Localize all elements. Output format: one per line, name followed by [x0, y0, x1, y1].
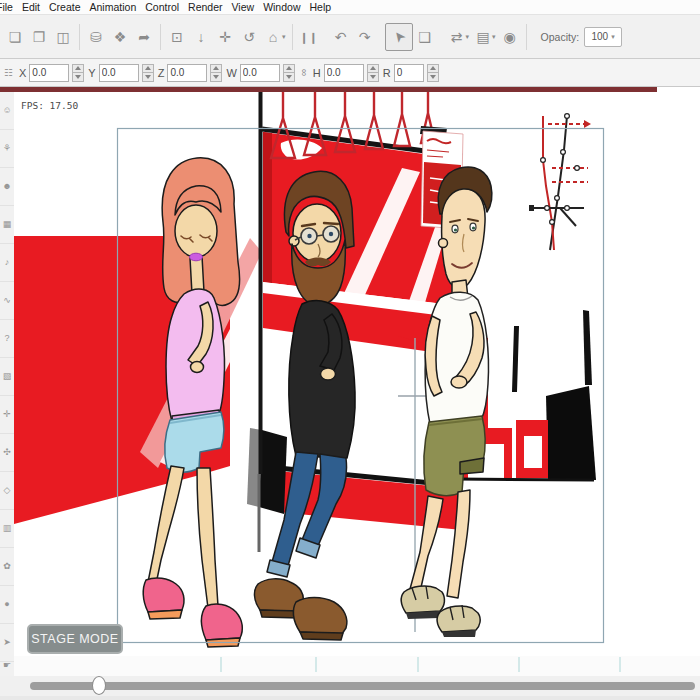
menu-create[interactable]: Create: [49, 1, 81, 13]
slider-handle[interactable]: [92, 676, 106, 695]
h-field: H: [313, 64, 379, 82]
sidebar-actor-icon[interactable]: ☺: [0, 92, 14, 130]
sidebar-prop-icon[interactable]: ⚘: [0, 130, 14, 168]
tick-mark: [220, 657, 222, 672]
x-field: X: [19, 64, 84, 82]
actor-scale-icon[interactable]: ↓: [189, 25, 213, 49]
menu-edit[interactable]: Edit: [22, 1, 40, 13]
y-field: Y: [88, 64, 153, 82]
sidebar-avatar-icon[interactable]: ☻: [0, 168, 14, 206]
sidebar-material-icon[interactable]: ✿: [0, 548, 14, 586]
layer-order-dropdown-caret[interactable]: ▾: [492, 33, 496, 41]
x-stepper[interactable]: [72, 64, 84, 82]
tick-mark: [619, 657, 621, 672]
r-stepper[interactable]: [427, 64, 439, 82]
export-media-icon[interactable]: ➦: [132, 25, 156, 49]
grid-snap-icon[interactable]: ☷: [2, 67, 15, 78]
redo-icon[interactable]: ↷: [353, 25, 377, 49]
x-label: X: [19, 67, 26, 79]
render-preview-icon[interactable]: ⊡: [165, 25, 189, 49]
menu-animation[interactable]: Animation: [90, 1, 137, 13]
left-tool-sidebar: ☺ ⚘ ☻ ▦ ♪ ∿ ? ▧ ✛ ✣ ◇ ▥ ✿ ● ➤ ✥: [0, 92, 15, 700]
sidebar-effect-icon[interactable]: ▧: [0, 358, 14, 396]
sidebar-help-icon[interactable]: ?: [0, 320, 14, 358]
sidebar-sphere-icon[interactable]: ●: [0, 586, 14, 624]
sidebar-hand-icon[interactable]: ☛: [0, 660, 14, 670]
stage-mode-badge[interactable]: STAGE MODE: [27, 624, 123, 654]
timeline-tick-strip: [14, 656, 700, 676]
stage-scene: [14, 92, 700, 656]
opacity-value: 100: [591, 31, 608, 42]
x-input[interactable]: [29, 64, 69, 82]
y-stepper[interactable]: [142, 64, 154, 82]
transform-properties-bar: ☷ X Y Z W ∞ H R: [0, 59, 700, 87]
zoom-slider-bar: [0, 676, 700, 696]
sidebar-transform-icon[interactable]: ✛: [0, 396, 14, 434]
w-input[interactable]: [240, 64, 280, 82]
toolbar-separator: [160, 24, 161, 50]
menu-bar: File Edit Create Animation Control Rende…: [0, 0, 700, 15]
menu-window[interactable]: Window: [263, 1, 300, 13]
slider-track[interactable]: [30, 682, 695, 690]
h-label: H: [313, 67, 321, 79]
main-toolbar: ❏ ❐ ◫ ⛁ ❖ ➦ ⊡ ↓ ✛ ↺ ⌂ ▾ ❙❙ ↶ ↷ ➤ ❑ ⇄ ▾ ▤…: [0, 15, 700, 59]
toolbar-separator: [79, 24, 80, 50]
select-tool-button[interactable]: ➤: [385, 23, 413, 51]
toolbar-separator: [292, 24, 293, 50]
opacity-dropdown-caret: ▾: [611, 33, 615, 41]
r-label: R: [383, 67, 391, 79]
r-field: R: [383, 64, 439, 82]
bottom-strip: [0, 696, 700, 700]
w-label: W: [226, 67, 236, 79]
sidebar-voice-icon[interactable]: ∿: [0, 282, 14, 320]
fps-counter: FPS: 17.50: [21, 100, 78, 111]
flip-tool-dropdown-caret[interactable]: ▾: [466, 33, 470, 41]
sidebar-depth-icon[interactable]: ◇: [0, 472, 14, 510]
r-input[interactable]: [394, 64, 424, 82]
z-input[interactable]: [167, 64, 207, 82]
z-field: Z: [158, 64, 223, 82]
w-stepper[interactable]: [283, 64, 295, 82]
sidebar-music-icon[interactable]: ♪: [0, 244, 14, 282]
sidebar-bone-icon[interactable]: ✣: [0, 434, 14, 472]
h-stepper[interactable]: [367, 64, 379, 82]
menu-help[interactable]: Help: [309, 1, 331, 13]
sidebar-media-icon[interactable]: ▦: [0, 206, 14, 244]
sidebar-building-icon[interactable]: ▥: [0, 510, 14, 548]
save-project-icon[interactable]: ◫: [51, 25, 75, 49]
link-wh-icon[interactable]: ∞: [298, 68, 309, 78]
home-camera-dropdown-caret[interactable]: ▾: [282, 33, 286, 41]
export-package-icon[interactable]: ❖: [108, 25, 132, 49]
opacity-label: Opacity:: [541, 31, 580, 43]
select-tool-icon: ➤: [382, 20, 416, 54]
rotate-tool-icon[interactable]: ↺: [237, 25, 261, 49]
side-panels-icon[interactable]: ❙❙: [297, 25, 321, 49]
visibility-icon[interactable]: ◉: [498, 25, 522, 49]
menu-control[interactable]: Control: [145, 1, 179, 13]
h-input[interactable]: [324, 64, 364, 82]
z-label: Z: [158, 67, 165, 79]
menu-view[interactable]: View: [232, 1, 255, 13]
toolbar-separator: [526, 24, 527, 50]
menu-render[interactable]: Render: [188, 1, 222, 13]
stage-viewport[interactable]: FPS: 17.50 STAGE MODE: [14, 92, 700, 656]
sidebar-pointer-icon[interactable]: ➤: [0, 624, 14, 662]
z-stepper[interactable]: [210, 64, 222, 82]
tick-mark: [315, 657, 317, 672]
w-field: W: [226, 64, 294, 82]
y-input[interactable]: [99, 64, 139, 82]
tick-mark: [417, 657, 419, 672]
subway-map[interactable]: [529, 114, 591, 250]
move-tool-icon[interactable]: ✛: [213, 25, 237, 49]
new-project-icon[interactable]: ❏: [3, 25, 27, 49]
menu-file[interactable]: File: [0, 1, 13, 13]
content-store-icon[interactable]: ⛁: [84, 25, 108, 49]
tick-mark: [518, 657, 520, 672]
y-label: Y: [88, 67, 95, 79]
opacity-select[interactable]: 100 ▾: [584, 27, 622, 47]
duplicate-tool-icon[interactable]: ❑: [413, 25, 437, 49]
open-project-icon[interactable]: ❐: [27, 25, 51, 49]
undo-icon[interactable]: ↶: [329, 25, 353, 49]
animator-app-window: File Edit Create Animation Control Rende…: [0, 0, 700, 700]
